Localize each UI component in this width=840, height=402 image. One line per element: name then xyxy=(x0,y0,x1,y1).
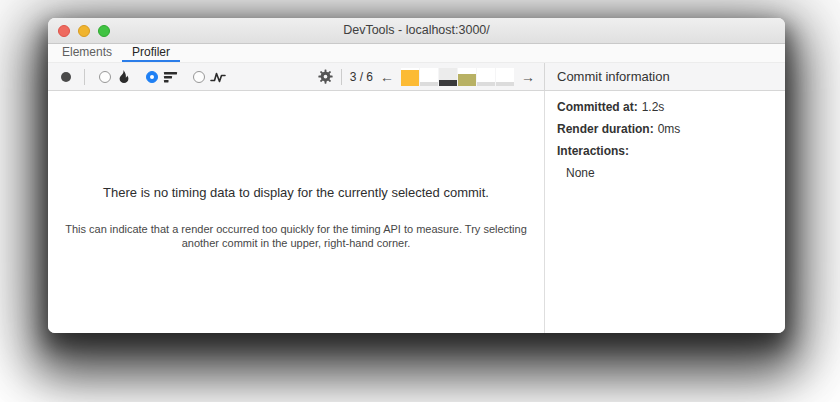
commit-position-label: 3 / 6 xyxy=(350,70,373,84)
commit-bar[interactable] xyxy=(458,68,476,86)
view-option-ranked[interactable] xyxy=(146,69,179,85)
render-duration-value: 0ms xyxy=(658,122,681,136)
title-bar: DevTools - localhost:3000/ xyxy=(48,18,785,44)
commit-info-panel: Committed at:1.2s Render duration:0ms In… xyxy=(545,91,785,333)
flamegraph-radio[interactable] xyxy=(99,71,111,83)
close-button[interactable] xyxy=(58,25,70,37)
view-option-flamegraph[interactable] xyxy=(99,69,132,85)
interactions-none: None xyxy=(557,167,773,180)
committed-at-label: Committed at: xyxy=(557,100,638,114)
tab-profiler[interactable]: Profiler xyxy=(122,44,180,62)
radio-dot xyxy=(150,75,154,79)
empty-state-detail: This can indicate that a render occurred… xyxy=(57,223,535,250)
empty-state-heading: There is no timing data to display for t… xyxy=(48,185,544,200)
commit-bar[interactable] xyxy=(439,68,457,86)
commit-info-header: Commit information xyxy=(545,63,785,90)
profiler-toolbar: 3 / 6 ← → xyxy=(48,63,545,90)
tab-elements[interactable]: Elements xyxy=(52,44,122,62)
render-duration-label: Render duration: xyxy=(557,122,654,136)
commit-info-row: Interactions: xyxy=(557,145,773,158)
committed-at-value: 1.2s xyxy=(642,100,665,114)
commit-bar[interactable] xyxy=(477,68,495,86)
commit-bar[interactable] xyxy=(401,68,419,86)
interactions-chart-icon xyxy=(210,69,226,85)
flame-icon xyxy=(116,69,132,85)
commit-navigator: 3 / 6 ← → xyxy=(318,68,536,86)
window-controls xyxy=(58,25,110,37)
zoom-button[interactable] xyxy=(98,25,110,37)
tab-bar: Elements Profiler xyxy=(48,44,785,63)
commit-info-row: Render duration:0ms xyxy=(557,123,773,136)
minimize-button[interactable] xyxy=(78,25,90,37)
commit-bar[interactable] xyxy=(420,68,438,86)
toolbar-divider xyxy=(341,69,342,85)
ranked-radio[interactable] xyxy=(146,71,158,83)
window-title: DevTools - localhost:3000/ xyxy=(48,18,785,43)
prev-commit-button[interactable]: ← xyxy=(379,70,395,84)
interactions-radio[interactable] xyxy=(193,71,205,83)
content-area: There is no timing data to display for t… xyxy=(48,91,785,333)
record-button[interactable] xyxy=(61,72,71,82)
gear-icon[interactable] xyxy=(318,69,333,84)
interactions-label: Interactions: xyxy=(557,144,629,158)
empty-state: There is no timing data to display for t… xyxy=(48,185,544,250)
profiler-main-pane: There is no timing data to display for t… xyxy=(48,91,545,333)
toolbar-band: 3 / 6 ← → Commit information xyxy=(48,63,785,91)
commit-info-row: Committed at:1.2s xyxy=(557,101,773,114)
commit-bar[interactable] xyxy=(496,68,514,86)
commit-bar-chart xyxy=(401,68,514,86)
toolbar-divider xyxy=(84,69,85,85)
devtools-window: DevTools - localhost:3000/ Elements Prof… xyxy=(48,18,785,333)
next-commit-button[interactable]: → xyxy=(520,70,536,84)
view-option-interactions[interactable] xyxy=(193,69,226,85)
ranked-bars-icon xyxy=(163,69,179,85)
